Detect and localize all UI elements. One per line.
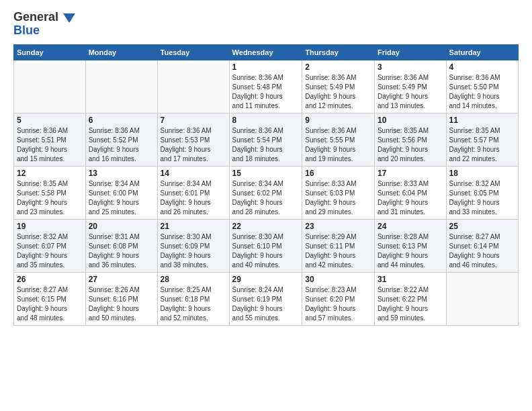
day-info: Sunrise: 8:36 AMSunset: 5:54 PMDaylight:… (232, 126, 300, 164)
day-info: Sunrise: 8:22 AMSunset: 6:22 PMDaylight:… (378, 285, 443, 323)
calendar-cell: 11Sunrise: 8:35 AMSunset: 5:57 PMDayligh… (446, 113, 518, 166)
day-number: 14 (161, 169, 226, 178)
day-number: 7 (161, 116, 226, 125)
day-info: Sunrise: 8:31 AMSunset: 6:08 PMDaylight:… (89, 232, 154, 270)
day-info: Sunrise: 8:30 AMSunset: 6:09 PMDaylight:… (161, 232, 226, 270)
calendar-cell: 26Sunrise: 8:27 AMSunset: 6:15 PMDayligh… (14, 272, 86, 325)
day-number: 10 (378, 116, 443, 125)
svg-marker-0 (63, 13, 75, 23)
logo-text: General Blue (13, 11, 75, 38)
day-number: 12 (17, 169, 83, 178)
calendar-cell: 10Sunrise: 8:35 AMSunset: 5:56 PMDayligh… (374, 113, 446, 166)
day-number: 3 (378, 62, 443, 72)
day-info: Sunrise: 8:25 AMSunset: 6:18 PMDaylight:… (161, 285, 226, 323)
weekday-header-thursday: Thursday (302, 44, 375, 60)
calendar-cell (157, 60, 229, 113)
day-number: 17 (378, 169, 443, 178)
day-number: 4 (449, 62, 515, 72)
calendar-cell: 22Sunrise: 8:30 AMSunset: 6:10 PMDayligh… (229, 219, 302, 272)
day-number: 6 (89, 116, 154, 125)
weekday-header-saturday: Saturday (446, 44, 518, 60)
day-info: Sunrise: 8:32 AMSunset: 6:05 PMDaylight:… (449, 179, 515, 217)
calendar-cell (85, 60, 157, 113)
calendar-cell: 18Sunrise: 8:32 AMSunset: 6:05 PMDayligh… (446, 166, 518, 219)
weekday-header-monday: Monday (85, 44, 157, 60)
calendar-cell: 3Sunrise: 8:36 AMSunset: 5:49 PMDaylight… (374, 60, 446, 113)
calendar-cell: 28Sunrise: 8:25 AMSunset: 6:18 PMDayligh… (157, 272, 229, 325)
calendar-cell: 8Sunrise: 8:36 AMSunset: 5:54 PMDaylight… (229, 113, 302, 166)
calendar-cell (446, 272, 518, 325)
calendar-cell: 1Sunrise: 8:36 AMSunset: 5:48 PMDaylight… (229, 60, 302, 113)
day-info: Sunrise: 8:36 AMSunset: 5:55 PMDaylight:… (305, 126, 371, 164)
calendar-cell: 9Sunrise: 8:36 AMSunset: 5:55 PMDaylight… (302, 113, 375, 166)
day-number: 15 (232, 169, 300, 178)
day-number: 13 (89, 169, 154, 178)
day-info: Sunrise: 8:36 AMSunset: 5:50 PMDaylight:… (449, 73, 515, 111)
logo-blue: Blue (13, 24, 40, 37)
day-info: Sunrise: 8:35 AMSunset: 5:58 PMDaylight:… (17, 179, 83, 217)
calendar-cell: 30Sunrise: 8:23 AMSunset: 6:20 PMDayligh… (302, 272, 375, 325)
logo-general: General (13, 10, 58, 24)
day-info: Sunrise: 8:23 AMSunset: 6:20 PMDaylight:… (305, 285, 371, 323)
calendar-cell: 14Sunrise: 8:34 AMSunset: 6:01 PMDayligh… (157, 166, 229, 219)
logo: General Blue (13, 11, 75, 38)
calendar-cell: 21Sunrise: 8:30 AMSunset: 6:09 PMDayligh… (157, 219, 229, 272)
day-info: Sunrise: 8:34 AMSunset: 6:02 PMDaylight:… (232, 179, 300, 217)
day-info: Sunrise: 8:36 AMSunset: 5:51 PMDaylight:… (17, 126, 83, 164)
day-info: Sunrise: 8:26 AMSunset: 6:16 PMDaylight:… (89, 285, 154, 323)
day-info: Sunrise: 8:34 AMSunset: 6:01 PMDaylight:… (161, 179, 226, 217)
day-info: Sunrise: 8:36 AMSunset: 5:49 PMDaylight:… (305, 73, 371, 111)
week-row-2: 5Sunrise: 8:36 AMSunset: 5:51 PMDaylight… (14, 113, 519, 166)
day-info: Sunrise: 8:29 AMSunset: 6:11 PMDaylight:… (305, 232, 371, 270)
day-info: Sunrise: 8:30 AMSunset: 6:10 PMDaylight:… (232, 232, 300, 270)
weekday-header-sunday: Sunday (14, 44, 86, 60)
day-number: 21 (161, 222, 226, 231)
day-info: Sunrise: 8:36 AMSunset: 5:52 PMDaylight:… (89, 126, 154, 164)
header: General Blue (13, 11, 519, 38)
week-row-4: 19Sunrise: 8:32 AMSunset: 6:07 PMDayligh… (14, 219, 519, 272)
calendar-cell: 31Sunrise: 8:22 AMSunset: 6:22 PMDayligh… (374, 272, 446, 325)
calendar-cell: 5Sunrise: 8:36 AMSunset: 5:51 PMDaylight… (14, 113, 86, 166)
week-row-3: 12Sunrise: 8:35 AMSunset: 5:58 PMDayligh… (14, 166, 519, 219)
day-info: Sunrise: 8:32 AMSunset: 6:07 PMDaylight:… (17, 232, 83, 270)
day-info: Sunrise: 8:27 AMSunset: 6:15 PMDaylight:… (17, 285, 83, 323)
day-number: 18 (449, 169, 515, 178)
day-number: 23 (305, 222, 371, 231)
calendar-cell: 4Sunrise: 8:36 AMSunset: 5:50 PMDaylight… (446, 60, 518, 113)
day-number: 25 (449, 222, 515, 231)
day-info: Sunrise: 8:35 AMSunset: 5:57 PMDaylight:… (449, 126, 515, 164)
day-info: Sunrise: 8:27 AMSunset: 6:14 PMDaylight:… (449, 232, 515, 270)
weekday-header-wednesday: Wednesday (229, 44, 302, 60)
day-info: Sunrise: 8:28 AMSunset: 6:13 PMDaylight:… (378, 232, 443, 270)
day-number: 5 (17, 116, 83, 125)
day-number: 26 (17, 275, 83, 284)
week-row-1: 1Sunrise: 8:36 AMSunset: 5:48 PMDaylight… (14, 60, 519, 113)
day-info: Sunrise: 8:24 AMSunset: 6:19 PMDaylight:… (232, 285, 300, 323)
calendar-cell: 25Sunrise: 8:27 AMSunset: 6:14 PMDayligh… (446, 219, 518, 272)
day-number: 29 (232, 275, 300, 284)
weekday-header-tuesday: Tuesday (157, 44, 229, 60)
weekday-header-friday: Friday (374, 44, 446, 60)
calendar-cell: 2Sunrise: 8:36 AMSunset: 5:49 PMDaylight… (302, 60, 375, 113)
day-number: 27 (89, 275, 154, 284)
calendar-cell: 7Sunrise: 8:36 AMSunset: 5:53 PMDaylight… (157, 113, 229, 166)
calendar-cell (14, 60, 86, 113)
calendar-cell: 27Sunrise: 8:26 AMSunset: 6:16 PMDayligh… (85, 272, 157, 325)
calendar-cell: 20Sunrise: 8:31 AMSunset: 6:08 PMDayligh… (85, 219, 157, 272)
weekday-header-row: SundayMondayTuesdayWednesdayThursdayFrid… (14, 44, 519, 60)
day-number: 22 (232, 222, 300, 231)
calendar-cell: 6Sunrise: 8:36 AMSunset: 5:52 PMDaylight… (85, 113, 157, 166)
calendar-cell: 16Sunrise: 8:33 AMSunset: 6:03 PMDayligh… (302, 166, 375, 219)
day-info: Sunrise: 8:36 AMSunset: 5:49 PMDaylight:… (378, 73, 443, 111)
day-info: Sunrise: 8:36 AMSunset: 5:53 PMDaylight:… (161, 126, 226, 164)
calendar-cell: 13Sunrise: 8:34 AMSunset: 6:00 PMDayligh… (85, 166, 157, 219)
day-number: 28 (161, 275, 226, 284)
page: General Blue SundayMondayTuesdayWednesda… (0, 0, 532, 411)
calendar-cell: 12Sunrise: 8:35 AMSunset: 5:58 PMDayligh… (14, 166, 86, 219)
day-info: Sunrise: 8:35 AMSunset: 5:56 PMDaylight:… (378, 126, 443, 164)
logo-triangle-icon (63, 13, 75, 23)
day-number: 19 (17, 222, 83, 231)
calendar-cell: 15Sunrise: 8:34 AMSunset: 6:02 PMDayligh… (229, 166, 302, 219)
day-info: Sunrise: 8:36 AMSunset: 5:48 PMDaylight:… (232, 73, 300, 111)
calendar: SundayMondayTuesdayWednesdayThursdayFrid… (13, 44, 519, 326)
